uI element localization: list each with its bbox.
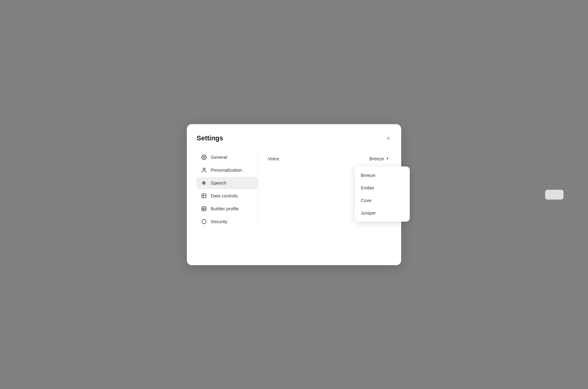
sidebar-item-builder-profile[interactable]: Builder profile: [197, 203, 258, 215]
voice-row: Voice Breeze ▾ Breeze Ember: [268, 151, 391, 166]
gear-icon: [201, 154, 207, 160]
voice-dropdown-menu: Breeze Ember Cove Juniper: [355, 166, 410, 222]
svg-point-1: [203, 168, 205, 170]
settings-modal: Settings × General: [187, 124, 401, 265]
svg-rect-7: [202, 194, 206, 198]
dropdown-option-ember[interactable]: Ember: [355, 181, 410, 194]
sidebar-item-data-controls[interactable]: Data controls: [197, 190, 258, 202]
sidebar-label-builder-profile: Builder profile: [211, 206, 239, 211]
svg-rect-10: [202, 207, 206, 211]
dropdown-option-breeze[interactable]: Breeze: [355, 169, 410, 181]
content-area: Voice Breeze ▾ Breeze Ember: [258, 151, 391, 228]
person-icon: [201, 167, 207, 173]
builder-icon: [201, 206, 207, 212]
chevron-down-icon: ▾: [386, 156, 388, 161]
sidebar-item-speech[interactable]: Speech: [197, 177, 258, 189]
close-button[interactable]: ×: [385, 134, 391, 143]
sidebar-label-personalization: Personalization: [211, 167, 242, 173]
security-icon: [201, 219, 207, 225]
sidebar-item-general[interactable]: General: [197, 151, 258, 163]
modal-overlay: Settings × General: [0, 0, 588, 389]
svg-point-0: [203, 156, 205, 158]
voice-dropdown-container: Breeze ▾ Breeze Ember: [366, 154, 391, 163]
sidebar-label-speech: Speech: [211, 180, 226, 185]
dropdown-option-cove[interactable]: Cove: [355, 194, 410, 207]
sidebar-item-personalization[interactable]: Personalization: [197, 164, 258, 176]
modal-header: Settings ×: [197, 134, 391, 143]
modal-body: General Personalization: [197, 151, 391, 228]
sidebar-label-general: General: [211, 154, 227, 160]
modal-title: Settings: [197, 134, 223, 142]
bg-hint-element: [545, 190, 564, 200]
dropdown-option-juniper[interactable]: Juniper: [355, 207, 410, 219]
speech-icon: [201, 180, 207, 186]
voice-selected-label: Breeze: [369, 156, 384, 161]
data-icon: [201, 193, 207, 199]
voice-label: Voice: [268, 156, 279, 161]
sidebar-label-data-controls: Data controls: [211, 193, 238, 198]
settings-sidebar: General Personalization: [197, 151, 258, 228]
sidebar-item-security[interactable]: Security: [197, 215, 258, 228]
voice-dropdown-button[interactable]: Breeze ▾: [366, 154, 391, 163]
sidebar-label-security: Security: [211, 219, 227, 224]
